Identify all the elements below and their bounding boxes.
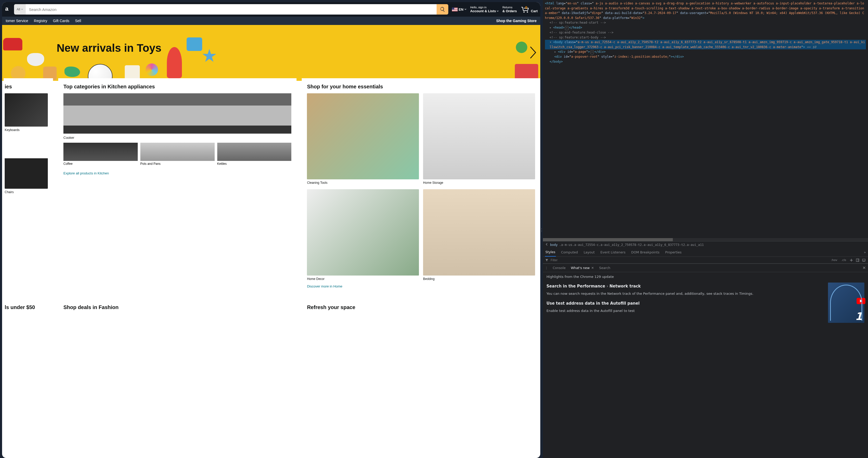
product-label: Home Storage	[423, 181, 535, 185]
more-tabs-icon[interactable]: »	[864, 250, 866, 254]
tab-computed[interactable]: Computed	[561, 248, 579, 256]
breadcrumb-scroll-left[interactable]	[545, 243, 549, 247]
collapsed-ellipsis[interactable]: ⋯	[590, 50, 594, 54]
whats-new-content: Highlights from the Chrome 129 update Se…	[543, 272, 868, 458]
returns-label: Returns	[502, 6, 517, 9]
product-thumb	[5, 93, 48, 127]
card-kitchen: Top categories in Kitchen appliances Coo…	[58, 78, 297, 294]
new-style-rule-icon[interactable]	[849, 258, 854, 262]
selected-body-element[interactable]: ▾<body class="a-m-us a-aui_72554-c a-aui…	[545, 40, 866, 50]
returns-orders-link[interactable]: Returns & Orders	[502, 6, 517, 13]
search-category-label: All	[17, 7, 20, 11]
styles-tabs: Styles Computed Layout Event Listeners D…	[543, 248, 868, 257]
card-item-storage[interactable]: Home Storage	[423, 93, 535, 185]
card-item-bedding[interactable]: Bedding	[423, 189, 535, 280]
whats-new-heading-2: Use test address data in the Autofill pa…	[547, 301, 824, 306]
chevron-down-icon	[497, 10, 499, 12]
hero-next-button[interactable]	[529, 46, 538, 60]
card-item-decor[interactable]: Home Decor	[307, 189, 419, 280]
card-item-chairs[interactable]: Chairs	[5, 138, 48, 194]
whats-new-video-thumb[interactable]: 1	[828, 282, 864, 323]
search-icon	[440, 6, 445, 12]
tab-console[interactable]: Console	[552, 264, 566, 272]
cart-link[interactable]: 0 Cart	[521, 6, 538, 13]
card-gaming: ies Keyboards Chairs	[4, 78, 53, 294]
account-lists-label: Account & Lists	[470, 9, 496, 13]
selected-marker: == $0	[805, 45, 816, 49]
product-thumb	[140, 143, 215, 161]
collapsed-ellipsis[interactable]: ⋯	[565, 26, 568, 30]
whats-new-paragraph-1: You can now search requests in the Netwo…	[547, 291, 824, 296]
product-thumb	[423, 93, 535, 179]
card-item-coffee[interactable]: Coffee	[63, 143, 138, 165]
cls-toggle[interactable]: .cls	[840, 258, 847, 262]
chevron-down-icon	[21, 8, 23, 10]
tab-event-listeners[interactable]: Event Listeners	[600, 248, 626, 256]
styles-filter-input[interactable]	[551, 258, 828, 262]
expand-toggle[interactable]: ▾	[550, 40, 552, 45]
search-bar: All	[14, 4, 448, 14]
search-input[interactable]	[26, 4, 437, 14]
tab-search[interactable]: Search	[599, 264, 611, 272]
card-item-cleaning[interactable]: Cleaning Tools	[307, 93, 419, 185]
svg-point-1	[527, 11, 528, 13]
account-menu[interactable]: Hello, sign in Account & Lists	[470, 6, 499, 13]
devtools-resize-handle[interactable]: ⋮	[540, 2, 543, 458]
chevron-right-icon	[529, 46, 538, 59]
card-row-2: ls under $50 Shop deals in Fashion Refre…	[2, 299, 540, 319]
styles-filter-bar: :hov .cls	[543, 257, 868, 264]
card-title: ies	[5, 84, 48, 90]
elements-horizontal-scrollbar[interactable]	[543, 238, 868, 241]
card-item-kettles[interactable]: Kettles	[217, 143, 291, 165]
subnav-customer-service[interactable]: tomer Service	[6, 19, 28, 23]
tab-whats-new[interactable]: What's new✕	[570, 264, 594, 272]
card-fashion: Shop deals in Fashion	[58, 299, 297, 319]
expand-toggle[interactable]: ▸	[554, 50, 557, 54]
toy-bricks-graphic	[515, 64, 538, 80]
product-label: Home Decor	[307, 277, 419, 281]
expand-toggle[interactable]: ▸	[550, 25, 552, 30]
computed-sidebar-icon[interactable]	[856, 258, 860, 262]
tab-properties[interactable]: Properties	[664, 248, 682, 256]
card-title: Refresh your space	[307, 304, 535, 310]
tab-layout[interactable]: Layout	[583, 248, 595, 256]
language-selector[interactable]: EN	[452, 7, 466, 11]
subnav-gift-cards[interactable]: Gift Cards	[53, 19, 69, 23]
breadcrumb-selected[interactable]: body	[550, 243, 558, 247]
apage-id: a-page	[575, 50, 586, 54]
breadcrumb-classes[interactable]: .a-m-us.a-aui_72554-c.a-aui_a11y_2_75057…	[559, 243, 704, 247]
subnav-promo[interactable]: Shop the Gaming Store	[496, 19, 537, 23]
tab-styles[interactable]: Styles	[545, 248, 556, 256]
attr-aui: data-19ax5a9jf	[562, 11, 588, 15]
comment-1: sp:feature:head-start	[557, 21, 600, 25]
subnav-sell[interactable]: Sell	[75, 19, 81, 23]
product-thumb	[63, 143, 138, 161]
card-link-home[interactable]: Discover more in Home	[307, 284, 342, 288]
drawer-menu-icon[interactable]: ⋮	[545, 266, 548, 270]
card-link-kitchen[interactable]: Explore all products in Kitchen	[63, 171, 109, 175]
card-item-pots[interactable]: Pots and Pans	[140, 143, 215, 165]
toy-car-graphic	[3, 38, 22, 51]
svg-rect-4	[863, 259, 865, 261]
card-item-keyboards[interactable]: Keyboards	[5, 93, 48, 132]
close-drawer-icon[interactable]: ✕	[863, 265, 866, 270]
card-row: ies Keyboards Chairs Top categories in K…	[2, 78, 540, 294]
hov-toggle[interactable]: :hov	[830, 258, 838, 262]
product-thumb-cooker[interactable]	[63, 93, 291, 133]
elements-tree[interactable]: <html lang="en-us" class=" a-js a-audio …	[543, 0, 868, 238]
amazon-logo[interactable]	[5, 5, 10, 14]
attr-aui-val: dingo	[592, 11, 601, 15]
play-icon	[857, 298, 865, 304]
product-label: Pots and Pans	[140, 162, 215, 165]
tab-dom-breakpoints[interactable]: DOM Breakpoints	[631, 248, 660, 256]
attr-platform-val: Win32	[631, 16, 641, 20]
rendering-icon[interactable]	[862, 258, 866, 262]
search-category-dropdown[interactable]: All	[14, 4, 26, 14]
subnav-registry[interactable]: Registry	[34, 19, 47, 23]
close-tab-icon[interactable]: ✕	[591, 266, 594, 270]
svg-rect-2	[856, 258, 859, 262]
toy-yoyo-graphic	[516, 41, 527, 53]
card-title: Shop deals in Fashion	[63, 304, 291, 310]
search-button[interactable]	[437, 4, 448, 14]
toy-puzzle-graphic	[187, 37, 202, 51]
